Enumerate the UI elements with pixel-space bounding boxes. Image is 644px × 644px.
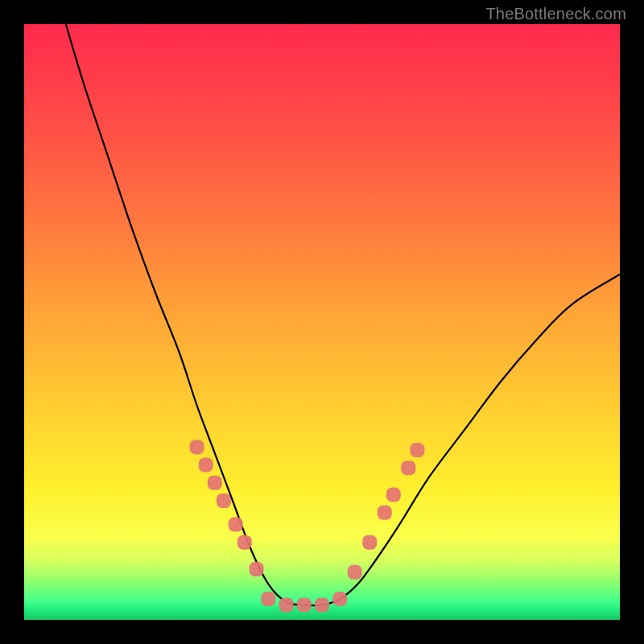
curve-marker <box>237 535 252 550</box>
curve-marker <box>315 598 329 613</box>
curve-marker <box>348 565 362 580</box>
marker-group <box>190 440 425 612</box>
bottleneck-curve <box>66 24 620 605</box>
curve-marker <box>297 598 312 613</box>
curve-marker <box>386 488 401 502</box>
curve-marker <box>229 518 243 532</box>
plot-area <box>24 24 620 620</box>
curve-marker <box>410 443 424 457</box>
curve-marker <box>362 535 377 550</box>
curve-marker <box>261 592 275 606</box>
curve-layer <box>24 24 620 620</box>
curve-marker <box>401 460 415 475</box>
curve-marker <box>217 493 231 508</box>
curve-marker <box>208 476 222 490</box>
curve-marker <box>378 506 392 520</box>
watermark-text: TheBottleneck.com <box>485 5 626 23</box>
curve-marker <box>250 562 264 576</box>
curve-marker <box>332 592 347 606</box>
curve-marker <box>199 458 213 473</box>
curve-marker <box>279 598 294 613</box>
curve-marker <box>190 440 204 454</box>
chart-frame: TheBottleneck.com <box>0 0 644 644</box>
